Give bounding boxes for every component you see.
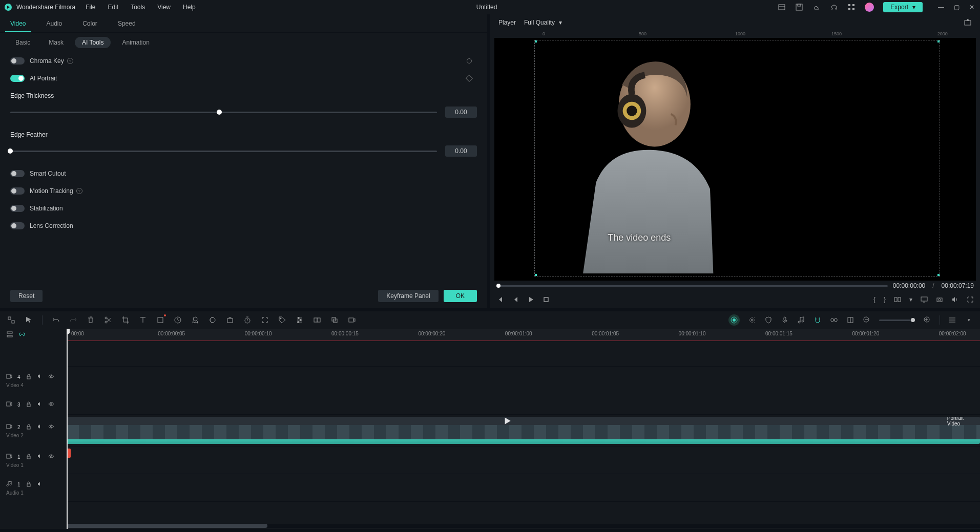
preview-canvas[interactable]: The video ends	[534, 40, 940, 276]
color-icon[interactable]	[208, 316, 217, 324]
lock-icon[interactable]	[26, 373, 32, 381]
canvas-handle[interactable]	[937, 274, 940, 276]
select-tool-icon[interactable]	[7, 316, 15, 324]
play-backward-icon[interactable]	[512, 296, 519, 303]
lock-icon[interactable]	[26, 423, 32, 431]
eye-icon[interactable]	[48, 423, 54, 431]
eye-icon[interactable]	[48, 453, 54, 461]
speed-icon[interactable]	[174, 316, 182, 324]
adjust-icon[interactable]	[296, 316, 304, 324]
tab-ai-tools[interactable]: AI Tools	[75, 37, 111, 48]
compare-icon[interactable]	[894, 296, 901, 303]
ok-button[interactable]: OK	[444, 290, 477, 302]
minimize-icon[interactable]: —	[937, 3, 945, 11]
mute-icon[interactable]	[37, 481, 43, 488]
close-icon[interactable]: ✕	[968, 3, 976, 11]
keyframe-panel-button[interactable]: Keyframe Panel	[378, 290, 438, 302]
mute-icon[interactable]	[37, 373, 43, 381]
zoom-thumb[interactable]	[911, 318, 915, 322]
cloud-icon[interactable]	[812, 3, 821, 11]
pointer-tool-icon[interactable]	[25, 316, 33, 324]
time-ruler[interactable]: 00:00 00:00:00:05 00:00:00:10 00:00:00:1…	[67, 329, 980, 341]
menu-tools[interactable]: Tools	[131, 4, 145, 11]
display-icon[interactable]	[921, 296, 928, 303]
magnet-icon[interactable]	[814, 316, 822, 324]
video-track-icon[interactable]	[6, 401, 12, 409]
track-lane-video2[interactable]: Portrait Video	[67, 415, 980, 446]
shield-icon[interactable]	[764, 316, 773, 324]
music-icon[interactable]	[797, 316, 805, 324]
record-icon[interactable]	[348, 316, 356, 324]
prev-frame-icon[interactable]	[496, 296, 504, 303]
headphones-icon[interactable]	[830, 3, 838, 11]
canvas-handle[interactable]	[534, 274, 537, 276]
canvas-handle[interactable]	[534, 40, 537, 42]
eye-icon[interactable]	[48, 373, 54, 381]
track-lane-audio1[interactable]	[67, 474, 980, 502]
video-track-icon[interactable]	[6, 423, 12, 431]
link-icon[interactable]	[830, 316, 838, 324]
undo-icon[interactable]	[52, 316, 60, 324]
video-track-icon[interactable]	[6, 453, 12, 461]
track-lane-video1[interactable]	[67, 446, 980, 474]
gear-icon[interactable]	[748, 316, 756, 324]
mute-icon[interactable]	[37, 401, 43, 409]
delete-icon[interactable]	[87, 316, 95, 324]
eye-icon[interactable]	[48, 401, 54, 409]
stop-icon[interactable]	[543, 296, 550, 303]
track-lane-video4[interactable]	[67, 367, 980, 394]
split-icon[interactable]	[104, 316, 112, 324]
zoom-in-icon[interactable]	[923, 316, 931, 324]
ai-portrait-toggle[interactable]	[10, 75, 25, 82]
video-clip[interactable]: Portrait Video	[67, 417, 980, 444]
lock-icon[interactable]	[26, 481, 32, 488]
mute-icon[interactable]	[37, 453, 43, 461]
tab-color[interactable]: Color	[72, 14, 108, 32]
export-button[interactable]: Export ▾	[883, 2, 923, 12]
circle-icon[interactable]	[191, 316, 199, 324]
timeline-body[interactable]: 00:00 00:00:00:05 00:00:00:10 00:00:00:1…	[67, 329, 980, 529]
playhead[interactable]	[67, 329, 68, 529]
mute-icon[interactable]	[37, 423, 43, 431]
scrubber-thumb[interactable]	[496, 284, 501, 288]
maximize-icon[interactable]: ▢	[952, 3, 961, 11]
quality-select[interactable]: Full Quality ▾	[524, 19, 562, 26]
menu-edit[interactable]: Edit	[108, 4, 119, 11]
edge-thickness-slider[interactable]	[10, 112, 437, 113]
lock-icon[interactable]	[26, 401, 32, 409]
slider-thumb[interactable]	[217, 110, 222, 115]
tab-animation[interactable]: Animation	[115, 37, 156, 48]
menu-help[interactable]: Help	[183, 4, 196, 11]
slider-thumb[interactable]	[8, 148, 13, 154]
ai-active-icon[interactable]	[728, 314, 740, 326]
tag-icon[interactable]	[278, 316, 286, 324]
keyframe-button[interactable]	[466, 75, 473, 82]
timeline-scrollbar[interactable]	[67, 524, 980, 528]
text-icon[interactable]	[139, 316, 147, 324]
frame-icon[interactable]	[156, 316, 164, 324]
reset-button[interactable]: Reset	[10, 290, 43, 302]
layout-icon[interactable]	[778, 3, 786, 11]
menu-view[interactable]: View	[157, 4, 171, 11]
tab-audio[interactable]: Audio	[36, 14, 72, 32]
stabilization-toggle[interactable]	[10, 205, 25, 212]
link-icon[interactable]	[18, 331, 26, 339]
scrollbar-thumb[interactable]	[67, 524, 267, 528]
tab-basic[interactable]: Basic	[8, 37, 37, 48]
help-icon[interactable]: ?	[67, 58, 73, 64]
list-view-icon[interactable]	[948, 316, 956, 324]
scrubber-track[interactable]	[496, 285, 888, 287]
crop-icon[interactable]	[121, 316, 130, 324]
smart-cutout-toggle[interactable]	[10, 170, 25, 177]
edge-feather-slider[interactable]	[10, 151, 437, 152]
chevron-down-icon[interactable]: ▾	[909, 296, 912, 303]
zoom-slider[interactable]	[879, 320, 915, 321]
camera-icon[interactable]	[936, 296, 943, 303]
expand-icon[interactable]	[261, 316, 269, 324]
edge-thickness-value[interactable]	[445, 107, 477, 118]
tracks-icon[interactable]	[6, 331, 13, 339]
fullscreen-icon[interactable]	[967, 296, 974, 303]
grid-icon[interactable]	[847, 3, 856, 11]
keyframe-button[interactable]	[467, 58, 472, 63]
save-icon[interactable]	[795, 3, 803, 11]
